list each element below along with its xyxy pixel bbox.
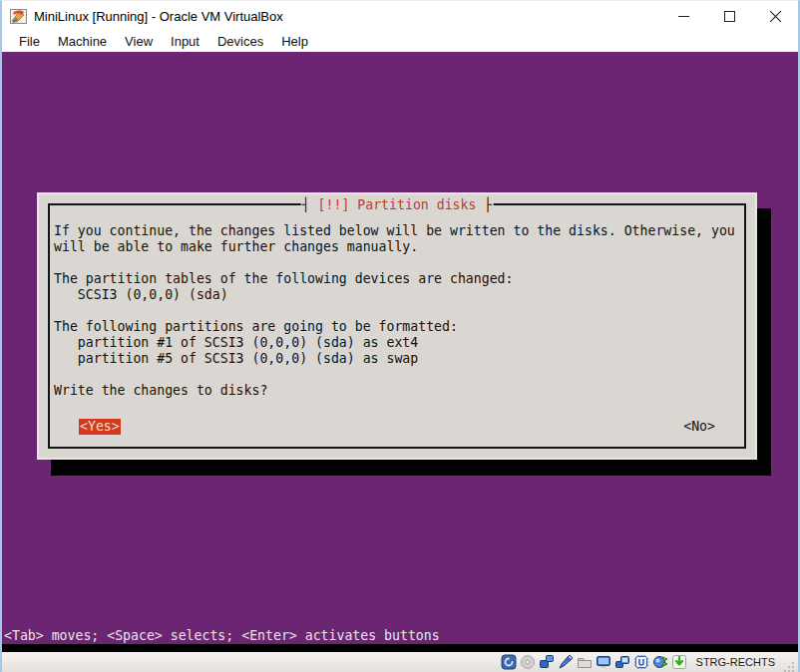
dialog-title-text: [!!] Partition disks [310, 197, 485, 212]
vm-screen: ┤ [!!] Partition disks ├ If you continue… [2, 52, 798, 644]
dialog-body: If you continue, the changes listed belo… [54, 223, 740, 399]
network-icon[interactable] [539, 654, 555, 670]
menu-view[interactable]: View [116, 32, 162, 51]
virtualbox-window: MiniLinux [Running] - Oracle VM VirtualB… [0, 0, 800, 672]
video-capture-icon[interactable] [614, 654, 630, 670]
partition-disks-dialog: ┤ [!!] Partition disks ├ If you continue… [37, 192, 757, 460]
dialog-text-line [54, 255, 740, 271]
dialog-text-line: The partition tables of the following de… [54, 271, 740, 287]
dialog-text-line: will be able to make further changes man… [54, 239, 740, 255]
keyboard-capture-icon[interactable] [671, 654, 687, 670]
border-tee-left: ┤ [302, 197, 310, 212]
resize-grip[interactable] [783, 659, 795, 671]
host-key-label: STRG-RECHTS [696, 656, 775, 668]
optical-disc-icon[interactable] [520, 654, 536, 670]
vm-screen-bottom-strip [2, 644, 798, 652]
minimize-button[interactable] [660, 1, 706, 31]
border-tee-right: ├ [484, 197, 492, 212]
maximize-button[interactable] [706, 1, 752, 31]
menu-bar: File Machine View Input Devices Help [2, 31, 798, 52]
virtualbox-vm-icon [10, 9, 27, 24]
usb-icon[interactable] [558, 654, 574, 670]
menu-input[interactable]: Input [162, 32, 208, 51]
no-button[interactable]: <No> [683, 419, 715, 435]
menu-devices[interactable]: Devices [208, 32, 272, 51]
features-chip-icon[interactable] [633, 654, 649, 670]
menu-file[interactable]: File [10, 32, 49, 51]
dialog-text-line: Write the changes to disks? [54, 383, 740, 399]
menu-machine[interactable]: Machine [49, 32, 116, 51]
mouse-integration-icon[interactable] [652, 654, 668, 670]
dialog-text-line: SCSI3 (0,0,0) (sda) [54, 287, 740, 303]
yes-button[interactable]: <Yes> [79, 419, 121, 435]
shared-folders-icon[interactable] [577, 654, 593, 670]
hard-disk-icon[interactable] [501, 654, 517, 670]
title-bar: MiniLinux [Running] - Oracle VM VirtualB… [2, 1, 798, 31]
status-bar: STRG-RECHTS [2, 652, 798, 672]
menu-help[interactable]: Help [272, 32, 317, 51]
display-icon[interactable] [596, 654, 611, 670]
dialog-text-line: The following partitions are going to be… [54, 319, 740, 335]
close-button[interactable] [752, 1, 798, 31]
dialog-text-line [54, 367, 740, 383]
dialog-text-line: If you continue, the changes listed belo… [54, 223, 740, 239]
dialog-buttons: <Yes> <No> [39, 419, 755, 435]
dialog-text-line: partition #5 of SCSI3 (0,0,0) (sda) as s… [54, 351, 740, 367]
dialog-text-line [54, 303, 740, 319]
window-title: MiniLinux [Running] - Oracle VM VirtualB… [34, 9, 660, 24]
dialog-text-line: partition #1 of SCSI3 (0,0,0) (sda) as e… [54, 335, 740, 351]
installer-help-line: <Tab> moves; <Space> selects; <Enter> ac… [4, 628, 440, 643]
window-controls [660, 1, 798, 31]
dialog-title: ┤ [!!] Partition disks ├ [301, 197, 494, 212]
